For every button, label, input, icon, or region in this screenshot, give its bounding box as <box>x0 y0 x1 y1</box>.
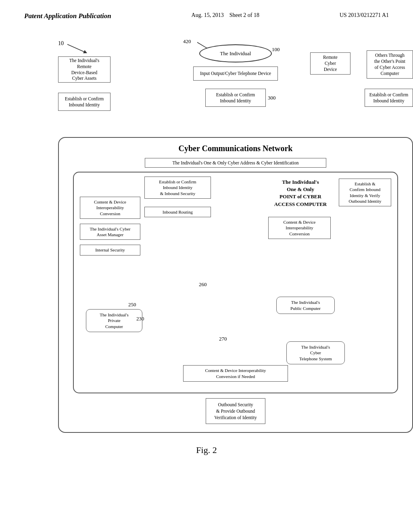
io-device-box: Input Output/Cyber Telephone Device <box>193 66 278 81</box>
private-computer-box: The Individual's Private Computer <box>86 309 142 332</box>
others-box: Others Through the Other's Point of Cybe… <box>367 50 413 79</box>
inner-left-col: Content & Device Interoperability Conver… <box>80 197 140 260</box>
top-section: 420 The Individual 100 The Individual's … <box>58 44 413 133</box>
cyber-address-box: The Individual's One & Only Cyber Addres… <box>145 158 326 168</box>
center-right-col: Content & Device Interoperability Conver… <box>268 217 331 244</box>
ref-300-label: 300 <box>268 95 276 101</box>
remote-cyber-box: Remote Cyber Device <box>310 52 350 75</box>
content-device-left-box: Content & Device Interoperability Conver… <box>80 197 140 219</box>
header-left: Patent Application Publication <box>24 12 111 20</box>
content-device-conversion-wrapper: Content & Device Interoperability Conver… <box>183 365 288 387</box>
ref-270-label: 270 <box>219 336 227 342</box>
cyber-asset-manager-box: The Individual's Cyber Asset Manager <box>80 224 140 240</box>
header-sheet: Sheet 2 of 18 <box>229 12 259 18</box>
center-col: Establish or Confirm Inbound Identity & … <box>144 177 211 222</box>
content-device-conversion-box: Content & Device Interoperability Conver… <box>183 365 288 382</box>
remote-device-box: The Individual's Remote Device-Based Cyb… <box>58 56 111 83</box>
header: Patent Application Publication Aug. 15, … <box>0 0 413 24</box>
public-computer-box: The Individual's Public Computer <box>276 297 335 314</box>
inbound-routing-box: Inbound Routing <box>144 207 211 217</box>
establish-right-box: Establish or Confirm Inbound Identity <box>365 89 413 107</box>
header-right: US 2013/0212271 A1 <box>340 12 389 19</box>
diagram-area: 10 420 The Indiv <box>58 44 413 433</box>
point-of-cyber-label: The Individual's One & Only POINT of CYB… <box>268 179 333 208</box>
establish-confirm-right-box: Establish & Confirm Inbound Identity & V… <box>339 179 391 206</box>
outbound-security-box: Outbound Security & Provide Outbound Ver… <box>206 398 265 424</box>
inner-wrapper: Establish & Confirm Inbound Identity & V… <box>65 172 406 393</box>
ref-250-label: 250 <box>128 301 136 308</box>
inner-section: Establish & Confirm Inbound Identity & V… <box>73 172 398 393</box>
cyber-network-title: Cyber Communications Network <box>65 144 406 153</box>
individual-oval: The Individual <box>199 44 272 62</box>
header-date: Aug. 15, 2013 <box>192 12 224 18</box>
page: Patent Application Publication Aug. 15, … <box>0 0 413 532</box>
internal-security-box: Internal Security <box>80 245 140 255</box>
content-device-center-box: Content & Device Interoperability Conver… <box>268 217 331 239</box>
establish-left-box: Establish or Confirm Inbound Identity <box>58 93 111 111</box>
ref-420-label: 420 <box>183 38 191 45</box>
ref-230-label: 230 <box>136 316 144 322</box>
establish-inbound-security-box: Establish or Confirm Inbound Identity & … <box>144 177 211 199</box>
ref-100-label: 100 <box>272 46 280 53</box>
establish-center-box: Establish or Confirm Inbound Identity <box>205 89 266 107</box>
cyber-telephone-box: The Individual's Cyber Telephone System <box>286 341 345 364</box>
cyber-network: Cyber Communications Network The Individ… <box>58 137 413 433</box>
ref-260-label: 260 <box>199 281 207 288</box>
header-center: Aug. 15, 2013 Sheet 2 of 18 <box>192 12 259 19</box>
outbound-security-wrapper: Outbound Security & Provide Outbound Ver… <box>65 398 406 424</box>
fig-label: Fig. 2 <box>0 445 413 455</box>
